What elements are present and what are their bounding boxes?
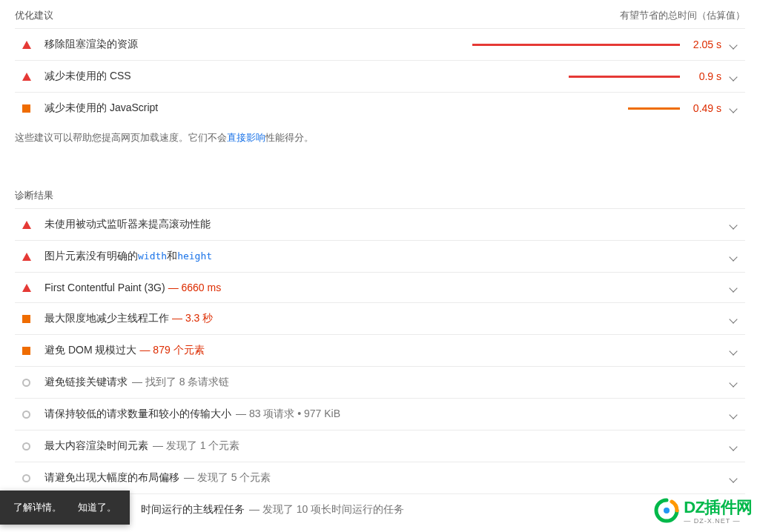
diagnostic-row[interactable]: 最大内容渲染时间元素 — 发现了 1 个元素 bbox=[15, 430, 745, 462]
fail-triangle-icon bbox=[22, 284, 31, 292]
pass-circle-icon bbox=[22, 379, 30, 387]
savings-value: 0.9 s bbox=[680, 70, 724, 82]
diagnostic-row[interactable]: 请保持较低的请求数量和较小的传输大小 — 83 项请求 • 977 KiB bbox=[15, 398, 745, 430]
diagnostic-title: 请保持较低的请求数量和较小的传输大小 bbox=[44, 408, 231, 421]
diagnostic-title: 避免 DOM 规模过大 bbox=[44, 344, 136, 357]
diagnostic-row[interactable]: 图片元素没有明确的width和height bbox=[15, 240, 745, 272]
average-square-icon bbox=[22, 315, 30, 323]
watermark: DZ插件网 — DZ-X.NET — bbox=[654, 496, 753, 525]
pass-circle-icon bbox=[22, 410, 30, 419]
fail-triangle-icon bbox=[22, 253, 31, 261]
chevron-down-icon bbox=[729, 442, 737, 450]
diagnostic-title-fragment: 时间运行的主线程任务 bbox=[141, 503, 245, 516]
diagnostic-title: 最大限度地减少主线程工作 bbox=[44, 312, 169, 325]
chevron-down-icon bbox=[729, 41, 737, 49]
chevron-down-icon bbox=[729, 253, 737, 261]
diagnostic-detail: — 879 个元素 bbox=[139, 344, 204, 357]
diagnostic-detail: — 找到了 8 条请求链 bbox=[132, 376, 229, 389]
savings-bar bbox=[465, 39, 680, 50]
opportunities-header: 优化建议 有望节省的总时间（估算值） bbox=[15, 7, 745, 28]
diagnostic-row[interactable]: 请避免出现大幅度的布局偏移 — 发现了 5 个元素 bbox=[15, 462, 745, 493]
toast-ok[interactable]: 知道了。 bbox=[78, 501, 116, 514]
savings-value: 2.05 s bbox=[680, 39, 724, 50]
fail-triangle-icon bbox=[22, 73, 31, 81]
watermark-text: DZ插件网 bbox=[684, 496, 753, 519]
diagnostic-title: First Contentful Paint (3G) bbox=[44, 282, 165, 293]
diagnostic-detail: — 发现了 1 个元素 bbox=[153, 439, 239, 453]
diagnostic-detail: — 83 项请求 • 977 KiB bbox=[236, 408, 340, 421]
diagnostic-title: 避免链接关键请求 bbox=[44, 376, 128, 389]
opportunities-label: 优化建议 bbox=[15, 9, 53, 22]
diagnostics-footer-note: 。这些数字不会直接影响性能得分。 bbox=[15, 525, 745, 532]
diagnostic-title: 请避免出现大幅度的布局偏移 bbox=[44, 471, 179, 485]
average-square-icon bbox=[22, 104, 30, 113]
savings-value: 0.49 s bbox=[680, 102, 724, 114]
diagnostic-row[interactable]: 避免链接关键请求 — 找到了 8 条请求链 bbox=[15, 366, 745, 398]
chevron-down-icon bbox=[729, 379, 737, 387]
opportunity-title: 减少未使用的 CSS bbox=[44, 70, 465, 83]
savings-total-label: 有望节省的总时间（估算值） bbox=[620, 9, 745, 22]
opportunity-row[interactable]: 减少未使用的 CSS 0.9 s bbox=[15, 60, 745, 92]
diagnostic-title: 图片元素没有明确的 bbox=[44, 250, 138, 263]
note-prefix: 这些建议可以帮助您提高网页加载速度。它们不会 bbox=[15, 132, 227, 143]
diagnostic-row[interactable]: 未使用被动式监听器来提高滚动性能 bbox=[15, 208, 745, 240]
diagnostic-title: 最大内容渲染时间元素 bbox=[44, 439, 148, 453]
fail-triangle-icon bbox=[22, 221, 31, 229]
chevron-down-icon bbox=[729, 347, 737, 355]
opportunities-note: 这些建议可以帮助您提高网页加载速度。它们不会直接影响性能得分。 bbox=[15, 124, 745, 159]
average-square-icon bbox=[22, 347, 30, 355]
diagnostics-header: 诊断结果 bbox=[15, 189, 745, 208]
fail-triangle-icon bbox=[22, 41, 31, 49]
diagnostic-row[interactable]: 避免 DOM 规模过大 — 879 个元素 bbox=[15, 334, 745, 366]
opportunity-row[interactable]: 移除阻塞渲染的资源 2.05 s bbox=[15, 28, 745, 60]
svg-point-0 bbox=[664, 508, 670, 513]
diagnostic-title: 未使用被动式监听器来提高滚动性能 bbox=[44, 218, 211, 231]
diagnostic-detail: — 3.3 秒 bbox=[172, 312, 213, 325]
chevron-down-icon bbox=[729, 410, 737, 419]
opportunity-row[interactable]: 减少未使用的 JavaScript 0.49 s bbox=[15, 92, 745, 124]
opportunity-title: 移除阻塞渲染的资源 bbox=[44, 38, 465, 51]
chevron-down-icon bbox=[729, 315, 737, 323]
diagnostic-detail: — 发现了 10 项长时间运行的任务 bbox=[249, 503, 404, 516]
opportunity-title: 减少未使用的 JavaScript bbox=[44, 102, 465, 115]
chevron-down-icon bbox=[729, 104, 737, 113]
diagnostic-detail: — 6660 ms bbox=[168, 282, 222, 293]
code-width: width bbox=[138, 250, 167, 262]
diagnostic-detail: — 发现了 5 个元素 bbox=[184, 471, 271, 485]
chevron-down-icon bbox=[729, 221, 737, 229]
watermark-logo-icon bbox=[654, 498, 679, 523]
direct-impact-link[interactable]: 直接影响 bbox=[227, 132, 265, 143]
code-height: height bbox=[177, 250, 212, 262]
savings-bar bbox=[465, 103, 680, 113]
savings-bar bbox=[465, 71, 680, 82]
chevron-down-icon bbox=[729, 284, 737, 292]
toast-learn-more[interactable]: 了解详情。 bbox=[13, 501, 62, 514]
chevron-down-icon bbox=[729, 474, 737, 482]
diagnostic-row[interactable]: 最大限度地减少主线程工作 — 3.3 秒 bbox=[15, 302, 745, 334]
snackbar-toast: 了解详情。 知道了。 bbox=[0, 491, 130, 525]
pass-circle-icon bbox=[22, 474, 30, 482]
note-suffix: 性能得分。 bbox=[265, 132, 314, 143]
pass-circle-icon bbox=[22, 442, 30, 450]
and-text: 和 bbox=[167, 250, 177, 263]
diagnostic-row[interactable]: First Contentful Paint (3G) — 6660 ms bbox=[15, 272, 745, 302]
chevron-down-icon bbox=[729, 73, 737, 81]
